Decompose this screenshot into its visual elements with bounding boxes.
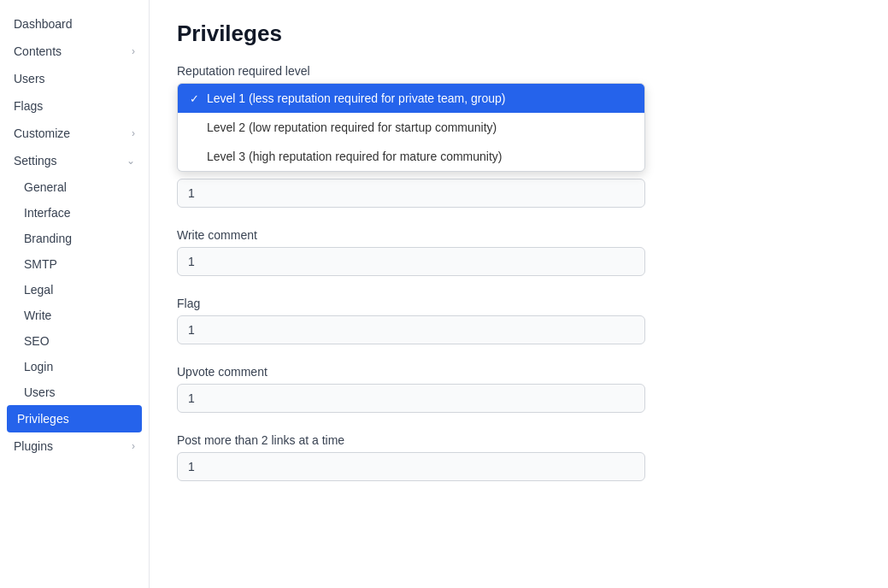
sidebar-item-smtp[interactable]: SMTP [0, 251, 149, 277]
chevron-down-icon: ⌄ [126, 155, 135, 167]
sidebar-item-branding[interactable]: Branding [0, 226, 149, 251]
sidebar: Dashboard Contents › Users Flags Customi… [0, 0, 150, 588]
sidebar-item-label: Flags [14, 99, 43, 113]
chevron-right-icon: › [132, 127, 135, 139]
sidebar-item-users[interactable]: Users [0, 65, 149, 92]
sidebar-item-flags[interactable]: Flags [0, 92, 149, 120]
flag-input[interactable] [177, 315, 645, 344]
sidebar-item-customize[interactable]: Customize › [0, 120, 149, 147]
post-links-label: Post more than 2 links at a time [177, 433, 861, 447]
sidebar-item-dashboard[interactable]: Dashboard [0, 10, 149, 38]
page-title: Privileges [177, 21, 861, 47]
sidebar-sub-item-label: Privileges [17, 412, 69, 426]
reputation-field-group: Reputation required level ✓ Level 1 (les… [177, 64, 861, 78]
sidebar-item-privileges[interactable]: Privileges [7, 405, 142, 432]
flag-group: Flag [177, 297, 861, 358]
write-comment-group: Write comment [177, 228, 861, 290]
dropdown-option-3[interactable]: Level 3 (high reputation required for ma… [178, 142, 644, 171]
upvote-comment-input[interactable] [177, 384, 645, 413]
sidebar-sub-item-label: SEO [24, 334, 50, 348]
sidebar-item-label: Settings [14, 154, 57, 168]
sidebar-sub-item-label: Write [24, 309, 51, 322]
upvote-comment-label: Upvote comment [177, 365, 861, 379]
sidebar-item-seo[interactable]: SEO [0, 328, 149, 354]
write-comment-label: Write comment [177, 228, 861, 242]
sidebar-item-general[interactable]: General [0, 174, 149, 200]
post-links-group: Post more than 2 links at a time [177, 433, 861, 495]
chevron-right-icon: › [132, 45, 135, 57]
sidebar-item-users-sub[interactable]: Users [0, 379, 149, 405]
write-comment-input[interactable] [177, 247, 645, 276]
dropdown-option-1[interactable]: ✓ Level 1 (less reputation required for … [178, 84, 644, 113]
option-label: Level 2 (low reputation required for sta… [207, 121, 497, 134]
option-label: Level 3 (high reputation required for ma… [207, 150, 503, 163]
sidebar-item-label: Customize [14, 126, 70, 140]
main-content: Privileges Reputation required level ✓ L… [150, 0, 888, 588]
sidebar-sub-item-label: Branding [24, 232, 72, 245]
sidebar-sub-item-label: SMTP [24, 257, 57, 271]
upvote-comment-group: Upvote comment [177, 365, 861, 426]
sidebar-item-label: Plugins [14, 439, 53, 453]
sidebar-item-label: Contents [14, 44, 62, 58]
post-links-input[interactable] [177, 452, 645, 481]
sidebar-sub-item-label: General [24, 180, 67, 194]
sidebar-item-contents[interactable]: Contents › [0, 38, 149, 65]
sidebar-item-label: Users [14, 72, 45, 85]
checkmark-icon: ✓ [190, 92, 202, 105]
chevron-right-icon: › [132, 440, 135, 452]
sidebar-item-interface[interactable]: Interface [0, 200, 149, 226]
flag-label: Flag [177, 297, 861, 310]
option-label: Level 1 (less reputation required for pr… [207, 91, 505, 105]
sidebar-item-label: Dashboard [14, 17, 73, 31]
reputation-label: Reputation required level [177, 64, 861, 78]
sidebar-sub-item-label: Interface [24, 206, 70, 220]
dropdown-option-2[interactable]: Level 2 (low reputation required for sta… [178, 113, 644, 142]
write-answer-input[interactable] [177, 179, 645, 208]
sidebar-item-login[interactable]: Login [0, 354, 149, 379]
sidebar-sub-item-label: Legal [24, 283, 53, 297]
reputation-dropdown-menu[interactable]: ✓ Level 1 (less reputation required for … [177, 83, 645, 172]
sidebar-item-legal[interactable]: Legal [0, 277, 149, 303]
sidebar-sub-item-label: Login [24, 360, 53, 373]
sidebar-sub-item-label: Users [24, 385, 56, 399]
sidebar-item-settings[interactable]: Settings ⌄ [0, 147, 149, 174]
sidebar-item-write[interactable]: Write [0, 303, 149, 328]
sidebar-item-plugins[interactable]: Plugins › [0, 432, 149, 460]
